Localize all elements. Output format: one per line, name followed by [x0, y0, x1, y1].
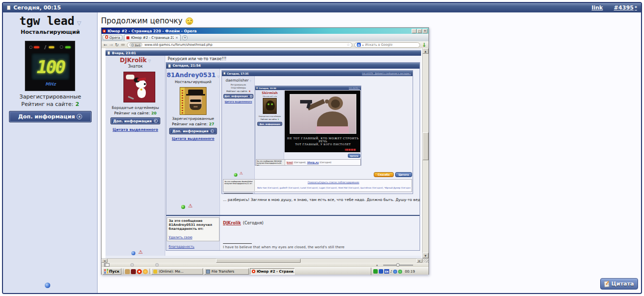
minimize-button[interactable]: _ [412, 29, 417, 33]
hscroll-thumb[interactable] [216, 259, 301, 263]
post4-author[interactable]: Skirmish [255, 91, 284, 95]
close-button[interactable]: × [423, 29, 428, 33]
task-opera-label: Юмор #2 - Страни... [257, 270, 295, 274]
scroll-down-button[interactable]: ▼ [423, 253, 429, 258]
post2-quote-selected[interactable]: Цитата выделенного [166, 137, 220, 141]
post1-quote-selected[interactable]: Цитата выделенного [106, 127, 165, 132]
quicklaunch-opera-icon[interactable] [137, 269, 142, 274]
opera-o-icon: O [105, 35, 108, 40]
post3-header-links[interactable]: link #4379 · Добавить сообщение в заклад… [362, 72, 411, 75]
task-online[interactable]: (Online): Me... [151, 268, 203, 275]
post4-thanks-user2[interactable]: Sharp_ey [307, 161, 319, 164]
post3-thanks-list[interactable]: Bato-San (Сегодня), gudleifr (Сегодня), … [257, 187, 411, 189]
post3-info-button[interactable]: Доп. информация « [223, 94, 253, 99]
outer-quote-button[interactable]: Цитата [600, 278, 638, 290]
tab-close-icon[interactable]: × [175, 36, 178, 40]
post4-header-links[interactable]: link #4392 * [349, 87, 360, 89]
new-tab-button[interactable]: + [182, 35, 188, 40]
url-field[interactable]: Веб ☆ [127, 42, 352, 48]
post4-quote-button[interactable]: Цитата [348, 154, 360, 158]
post2-report-icon[interactable]: ⚠ [188, 203, 193, 208]
restore-button[interactable]: □ [417, 29, 422, 33]
post4-info-label: Доп. информация [259, 123, 280, 125]
taskbar-separator [123, 269, 123, 274]
post3-thanks-toggle[interactable]: Показать/Скрыть список поблагодаривших [256, 181, 411, 184]
bookmark-star-icon[interactable]: ☆ [347, 43, 350, 47]
post3-dropdown-icon[interactable]: ▽ [250, 80, 251, 82]
post3-rating-label: Рейтинг на сайте: [226, 90, 248, 93]
post3-quote-button[interactable]: Цитата [395, 172, 412, 177]
post3-thanks-box: За это сообщение daemolisher получил бла… [223, 179, 412, 192]
url-input[interactable] [144, 43, 344, 47]
panels-button[interactable] [104, 263, 109, 267]
search-caret-icon[interactable]: ▾ [362, 43, 364, 47]
post4-thanks-strip: За это сообщение Skirmish получил благод… [256, 159, 361, 166]
post4-avatar [263, 98, 277, 114]
post4-quote-label: Цитата [350, 155, 358, 157]
post1-report-icon[interactable]: ⚠ [138, 250, 143, 255]
user-rating: Рейтинг на сайте: 2 [3, 101, 98, 107]
post-asterisk-link[interactable]: * [635, 5, 637, 10]
active-tab[interactable]: Юмор #2 - Страница 22... × [124, 34, 181, 41]
resize-grip[interactable] [423, 259, 429, 263]
scroll-thumb[interactable] [423, 132, 429, 160]
task-opera-active[interactable]: Юмор #2 - Страни... [250, 268, 295, 275]
post-link[interactable]: link [592, 4, 603, 11]
tray-clock: 00:19 [405, 270, 415, 274]
post1-dropdown-icon[interactable]: ▽ [148, 59, 151, 63]
task-file-transfers[interactable]: File Transfers [204, 268, 249, 275]
scroll-left-button[interactable]: ◄ [102, 259, 107, 263]
scroll-up-button[interactable]: ▲ [423, 48, 429, 54]
quicklaunch-icon-2[interactable] [131, 269, 136, 274]
language-indicator[interactable]: EN [384, 269, 389, 274]
post3-author[interactable]: daemolisher [225, 78, 248, 83]
post2-author[interactable]: 81Andrey0531 [167, 72, 215, 79]
post1-rating: Рейтинг на сайте: 20 [106, 111, 165, 115]
quicklaunch-icon-1[interactable] [125, 269, 130, 274]
opera-titlebar[interactable]: Юмор #2 - Страница 220 - Флейм - Opera _… [102, 28, 429, 34]
search-field[interactable]: G ▾ [354, 42, 420, 48]
zoom-knob[interactable] [396, 263, 400, 267]
post3-thanks-button[interactable]: Спасибо [374, 172, 394, 177]
reload-button[interactable]: ↻ [115, 42, 119, 47]
forward-button[interactable]: → [109, 42, 113, 47]
post1-author[interactable]: DJKrolik [120, 57, 147, 64]
post1-info-label: Доп. информация [113, 119, 152, 123]
back-button[interactable]: ← [104, 42, 107, 47]
search-input[interactable] [365, 43, 418, 47]
quicklaunch-icon-4[interactable] [143, 269, 148, 274]
post1-group: Бородатые олдгеймеры [106, 105, 165, 110]
volume-icon[interactable]: ♪ [390, 270, 392, 274]
post4-icon [256, 87, 258, 89]
post2-header: Сегодня, 21:54 [166, 63, 420, 69]
vertical-scrollbar[interactable]: ▲ ▼ [422, 48, 429, 258]
opera-menu-button[interactable]: O Opera [103, 35, 122, 40]
scroll-right-button[interactable]: ► [417, 259, 423, 263]
opera-statusbar: ▲ [102, 263, 429, 267]
post2-thanks-remove[interactable]: Удалить свою благодарность [169, 235, 195, 249]
info-button[interactable]: Доп. информация « [9, 111, 92, 122]
post2-dropdown-icon[interactable]: ▽ [217, 75, 219, 78]
zoom-minus-icon[interactable]: ▲ [376, 264, 378, 266]
username[interactable]: tgw lead [19, 14, 75, 27]
post3-rating-value: 8 [249, 90, 250, 93]
horizontal-scrollbar[interactable]: ◄ ► [102, 258, 429, 263]
google-icon: G [357, 43, 361, 47]
post2-info-button[interactable]: Доп. информация « [169, 128, 217, 134]
post1-info-button[interactable]: Доп. информация « [110, 117, 160, 124]
post4-info-button[interactable]: Доп. информация [257, 122, 282, 126]
post3-quote-selected[interactable]: Цитата выделенного [222, 100, 255, 103]
start-button[interactable]: Пуск [103, 268, 121, 275]
sync-icon[interactable] [130, 263, 134, 267]
mhz-digits: 100 [36, 57, 64, 77]
post-number-link[interactable]: #4395 [614, 4, 634, 11]
turbo-arrow-icon[interactable]: ↓ [422, 42, 427, 48]
smiley-icon [186, 17, 193, 25]
tab-title: Юмор #2 - Страница 22... [131, 36, 174, 40]
turbo-status-icon[interactable] [155, 263, 159, 267]
post2-thanked-by-user[interactable]: DJKrolik [223, 221, 241, 225]
post4-thanks-user1[interactable]: krezl [287, 161, 293, 164]
post3-report-icon[interactable]: ⚠ [239, 172, 243, 176]
power-led [49, 46, 54, 48]
user-dropdown-icon[interactable]: ▽ [77, 20, 81, 26]
